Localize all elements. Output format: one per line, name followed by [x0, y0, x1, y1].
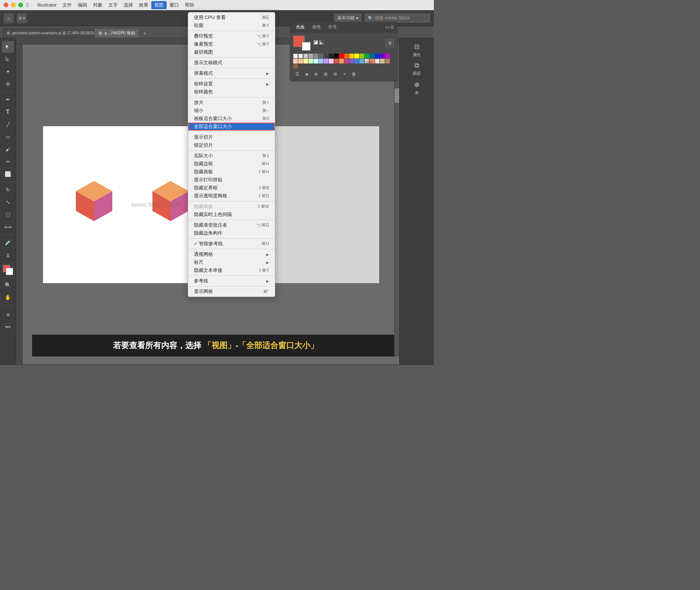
menu-view[interactable]: 视图 [151, 1, 167, 9]
swatch-stack-icon[interactable]: ⧉ [331, 70, 339, 78]
panel-more-button[interactable]: >> ☰ [385, 25, 394, 30]
menu-illustrator[interactable]: Illustrator [34, 1, 59, 8]
scrollbar-thumb[interactable] [394, 88, 399, 103]
menu-hide-corner-widget[interactable]: 隐藏边角构件 [188, 229, 275, 237]
tool-direct-select[interactable] [2, 53, 14, 65]
menu-overprint[interactable]: 叠印预览 ⌥⌘Y [188, 32, 275, 40]
menu-file[interactable]: 文件 [59, 1, 75, 9]
swatch-grid-icon[interactable]: ⊞ [322, 70, 330, 78]
home-button[interactable]: ⌂ [4, 13, 14, 23]
tool-magic-wand[interactable]: ✦ [2, 66, 14, 77]
search-bar[interactable]: 🔍 搜索 Adobe Stock [365, 14, 430, 23]
tool-line[interactable]: ╱ [2, 119, 14, 130]
tool-pen[interactable]: ✒ [2, 94, 14, 105]
swatch-delete-icon[interactable]: 🗑 [350, 70, 358, 78]
tool-hand[interactable]: ✋ [2, 292, 14, 303]
swatch-peach[interactable] [298, 59, 303, 63]
swatch-purple[interactable] [380, 54, 385, 58]
menu-text[interactable]: 文字 [105, 1, 121, 9]
menu-hide-gradient[interactable]: 隐藏渐变批注者 ⌥⌘G [188, 221, 275, 229]
tool-zoom[interactable]: 🔍 [2, 279, 14, 291]
menu-zoom-in[interactable]: 放大 ⌘+ [188, 99, 275, 107]
swatch-lime[interactable] [359, 54, 364, 58]
tool-lasso[interactable]: ⊛ [2, 78, 14, 90]
swatch-lightpink[interactable] [329, 59, 334, 63]
swatch-cornblue[interactable] [354, 59, 359, 63]
swatch-offwhite[interactable] [375, 59, 380, 63]
menu-fit-artboard[interactable]: 画板适合窗口大小 ⌘0 [188, 115, 275, 123]
menu-show-grid[interactable]: 显示网格 ⌘" [188, 288, 275, 296]
swatch-white[interactable] [293, 54, 298, 58]
color-tab-brushes[interactable]: 画笔 [309, 23, 324, 31]
swatch-skyblue[interactable] [319, 59, 323, 63]
menu-smart-guides[interactable]: ✓ 智能参考线 ⌘U [188, 240, 275, 248]
menu-proof-colors[interactable]: 校样颜色 [188, 88, 275, 96]
swatch-gray4[interactable] [319, 54, 323, 58]
menu-effect[interactable]: 效果 [136, 1, 151, 9]
menu-actual-size[interactable]: 实际大小 ⌘1 [188, 152, 275, 160]
menu-help[interactable]: 帮助 [182, 1, 197, 9]
color-gradient-icon[interactable] [319, 40, 324, 45]
tool-rect[interactable]: ▭ [2, 131, 14, 143]
menu-hide-live-paint-gaps[interactable]: 隐藏实时上色间隔 [188, 211, 275, 219]
menu-hide-artboards[interactable]: 隐藏画板 ⇧⌘H [188, 168, 275, 176]
swatch-pinklight[interactable] [293, 59, 298, 63]
swatch-rose[interactable] [344, 59, 349, 63]
background-color[interactable] [6, 268, 13, 275]
panel-library[interactable]: ⊕ 库 [402, 79, 431, 97]
color-tab-symbols[interactable]: 符号 [325, 23, 340, 31]
swatch-nearblack[interactable] [329, 54, 334, 58]
menu-pixel[interactable]: 像素预览 ⌥⌘Y [188, 40, 275, 48]
close-button[interactable] [4, 3, 8, 7]
maximize-button[interactable] [18, 3, 23, 7]
menu-crop[interactable]: 裁切视图 [188, 48, 275, 56]
swatch-menu-icon[interactable]: ☰ [293, 70, 301, 78]
tool-paintbrush[interactable]: 🖌 [2, 143, 14, 155]
tab-close-icon[interactable]: ✕ [7, 31, 10, 35]
tool-scale[interactable]: ⤡ [2, 196, 14, 208]
swatch-black[interactable] [334, 54, 339, 58]
swatch-orange[interactable] [344, 54, 349, 58]
swatch-green[interactable] [365, 54, 369, 58]
menu-object[interactable]: 对象 [90, 1, 105, 9]
swatch-gradient2[interactable] [370, 59, 374, 63]
swatch-blue[interactable] [375, 54, 380, 58]
view-grid-button[interactable]: ⊞ [385, 39, 394, 47]
color-preview-box[interactable] [293, 35, 311, 51]
swatch-lightcyan[interactable] [314, 59, 318, 63]
workspace-selector[interactable]: 基本功能 ▾ [334, 14, 362, 23]
vertical-scrollbar[interactable] [394, 45, 399, 356]
menu-presentation[interactable]: 显示文稿模式 [188, 59, 275, 67]
menu-hide-text-threads[interactable]: 隐藏文本串接 ⇧⌘Y [188, 266, 275, 274]
swatch-teal[interactable] [370, 54, 374, 58]
swatch-red[interactable] [339, 54, 344, 58]
menu-proof-setup[interactable]: 校样设置 ▶ [188, 80, 275, 88]
swatch-yellow[interactable] [354, 54, 359, 58]
swatch-lightgray[interactable] [298, 54, 303, 58]
tool-rotate[interactable]: ↻ [2, 184, 14, 196]
menu-outline[interactable]: 轮廓 ⌘Y [188, 22, 275, 30]
swatch-show-icon[interactable]: ◈ [303, 70, 311, 78]
menu-screen-mode[interactable]: 屏幕模式 ▶ [188, 69, 275, 77]
tool-blend[interactable]: ⧖ [2, 249, 14, 261]
tool-width[interactable]: ⟺ [2, 221, 14, 233]
tool-text[interactable]: T [2, 106, 14, 118]
tab-2[interactable]: ✕ g... (YK/GPU 预览) [94, 28, 139, 38]
swatch-gray1[interactable] [303, 54, 308, 58]
menu-guides[interactable]: 参考线 ▶ [188, 277, 275, 285]
swatch-brown1[interactable] [385, 59, 390, 63]
menu-hide-edges[interactable]: 隐藏边框 ⌘H [188, 160, 275, 168]
swatch-gold[interactable] [349, 54, 354, 58]
swatch-tan[interactable] [380, 59, 385, 63]
color-tab-swatches[interactable]: 色板 [293, 23, 308, 31]
layout-button[interactable]: ⊞ ▾ [17, 13, 27, 23]
more-tools[interactable]: ••• [2, 321, 14, 333]
swatch-lightorange[interactable] [339, 59, 344, 63]
tab-add-button[interactable]: + [141, 30, 149, 38]
artboard-tool[interactable]: ⊞ [2, 309, 14, 320]
panel-properties[interactable]: ⊟ 属性 [402, 41, 431, 59]
menu-window[interactable]: 窗口 [167, 1, 182, 9]
tool-eraser[interactable]: ⬜ [2, 168, 14, 180]
menu-edit[interactable]: 编辑 [75, 1, 90, 9]
swatch-lightyellow[interactable] [303, 59, 308, 63]
